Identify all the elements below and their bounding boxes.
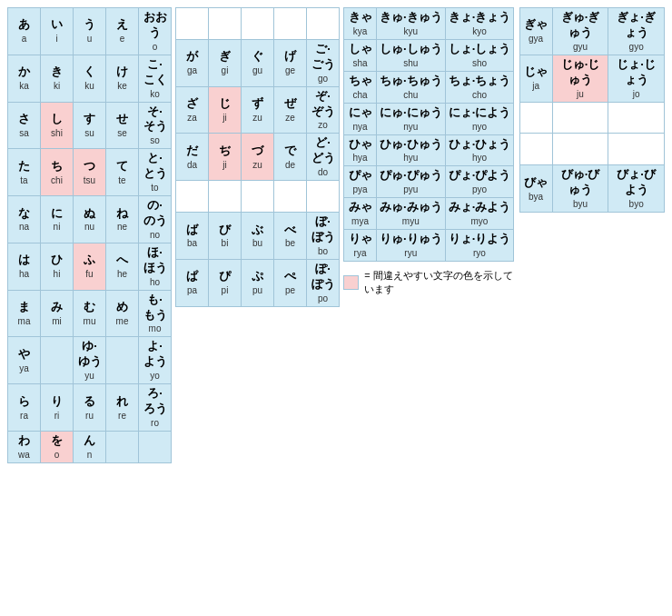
cell-hyo: ひょ·ひょうhyo: [445, 134, 514, 166]
cell-nyo: にょ·にようnyo: [445, 103, 514, 134]
cell-za: ざza: [176, 86, 209, 134]
cell-te: てte: [106, 149, 139, 196]
cell-mo: も·もうmo: [139, 290, 172, 337]
cell-ri: りri: [41, 384, 74, 432]
cell-kyu: きゅ·きゅうkyu: [377, 8, 446, 40]
cell-ka: かka: [8, 55, 41, 102]
cell-chu: ちゅ·ちゅうchu: [377, 71, 446, 103]
cell-bu: ぶbu: [242, 213, 274, 260]
cell-nya: にゃnya: [344, 103, 377, 134]
blank-na5: [307, 181, 340, 213]
cell-ta: たta: [8, 149, 41, 196]
cell-da: だda: [176, 134, 209, 181]
cell-ra: らra: [8, 384, 41, 432]
cell-so: そ·そうso: [139, 102, 172, 149]
cell-ma: まma: [8, 290, 41, 337]
cell-fu: ふfu: [74, 243, 106, 290]
cell-gyu: ぎゅ·ぎゅうgyu: [552, 8, 608, 55]
cell-n: んn: [74, 432, 106, 463]
cell-ne: ねne: [106, 196, 139, 243]
cell-shu: しゅ·しゅうshu: [377, 39, 446, 71]
cell-ke: けke: [106, 55, 139, 102]
cell-ji-za: じji: [209, 86, 242, 134]
cell-wa-blank1: [106, 432, 139, 463]
blank-na2: [209, 181, 242, 213]
blank-top5: [307, 8, 340, 40]
blank-r4c: [608, 134, 665, 165]
cell-pa: ぱpa: [176, 259, 209, 306]
cell-zu-za: ずzu: [242, 86, 274, 134]
cell-ryo: りょ·りようryo: [445, 230, 514, 262]
cell-ji-da: ぢji: [209, 134, 242, 181]
cell-tsu: つtsu: [74, 149, 106, 196]
cell-cha: ちゃcha: [344, 71, 377, 103]
cell-pya: ぴゃpya: [344, 166, 377, 198]
cell-rya: りゃrya: [344, 230, 377, 262]
cell-sa: さsa: [8, 102, 41, 149]
cell-byu: びゅ·びゅうbyu: [552, 165, 608, 213]
cell-pu: ぷpu: [242, 259, 274, 306]
cell-gu: ぐgu: [242, 39, 274, 86]
cell-pyu: ぴゅ·ぴゅうpyu: [377, 166, 446, 198]
cell-ya: やya: [8, 337, 41, 384]
cell-bya: びゃbya: [519, 165, 552, 213]
cell-myo: みょ·みようmyo: [445, 198, 514, 230]
cell-ga: がga: [176, 39, 209, 86]
cell-yu: ゆ·ゆうyu: [74, 337, 106, 384]
blank-top4: [274, 8, 307, 40]
cell-ro: ろ·ろうro: [139, 384, 172, 432]
cell-to: と·とうto: [139, 149, 172, 196]
cell-cho: ちょ·ちょうcho: [445, 71, 514, 103]
legend-container: = 間違えやすい文字の色を示しています: [343, 269, 516, 296]
cell-he: へhe: [106, 243, 139, 290]
combo-left: きゃkya きゅ·きゅうkyu きょ·きょうkyo しゃsha しゅ·しゅうsh…: [343, 7, 516, 296]
cell-ku: くku: [74, 55, 106, 102]
cell-de: でde: [274, 134, 307, 181]
cell-ko: こ·こくko: [139, 55, 172, 102]
middle-section: がga ぎgi ぐgu げge ご·ごうgo ざza じji ずzu ぜze ぞ…: [175, 7, 340, 463]
cell-ze: ぜze: [274, 86, 307, 134]
cell-pyo: ぴょ·ぴようpyo: [445, 166, 514, 198]
cell-i: いi: [41, 8, 74, 55]
cell-gya: ぎゃgya: [519, 8, 552, 55]
cell-o: おおうo: [139, 8, 172, 55]
cell-bi: びbi: [209, 213, 242, 260]
cell-gyo: ぎょ·ぎょうgyo: [608, 8, 665, 55]
cell-no: の·のうno: [139, 196, 172, 243]
cell-nu: ぬnu: [74, 196, 106, 243]
combo-right: ぎゃgya ぎゅ·ぎゅうgyu ぎょ·ぎょうgyo じゃja じゅ·じゅうju …: [519, 7, 665, 296]
cell-wa-blank2: [139, 432, 172, 463]
cell-wa: わwa: [8, 432, 41, 463]
cell-do: ど·どうdo: [307, 134, 340, 181]
cell-pi: ぴpi: [209, 259, 242, 306]
cell-ya-blank2: [106, 337, 139, 384]
cell-zu-da: づzu: [242, 134, 274, 181]
legend-pink-box: [343, 275, 359, 290]
cell-su: すsu: [74, 102, 106, 149]
cell-hya: ひゃhya: [344, 134, 377, 166]
cell-hyu: ひゅ·ひゅうhyu: [377, 134, 446, 166]
cell-chi: ちchi: [41, 149, 74, 196]
blank-top: [176, 8, 209, 40]
hiragana-table: あa いi うu えe おおうo かka きki くku けke こ·こくko …: [7, 7, 172, 463]
cell-sha: しゃsha: [344, 39, 377, 71]
cell-a: あa: [8, 8, 41, 55]
cell-be: べbe: [274, 213, 307, 260]
cell-ba: ばba: [176, 213, 209, 260]
cell-ru: るru: [74, 384, 106, 432]
dakuten-table: がga ぎgi ぐgu げge ご·ごうgo ざza じji ずzu ぜze ぞ…: [175, 7, 340, 307]
blank-top2: [209, 8, 242, 40]
blank-r3c: [608, 102, 665, 134]
main-container: あa いi うu えe おおうo かka きki くku けke こ·こくko …: [7, 7, 665, 463]
cell-pe: ぺpe: [274, 259, 307, 306]
blank-na: [176, 181, 209, 213]
blank-r3b: [552, 102, 608, 134]
cell-nyu: にゅ·にゅうnyu: [377, 103, 446, 134]
cell-yo: よ·ようyo: [139, 337, 172, 384]
blank-na4: [274, 181, 307, 213]
cell-mu: むmu: [74, 290, 106, 337]
cell-wo: をo: [41, 432, 74, 463]
cell-me: めme: [106, 290, 139, 337]
cell-byo: びょ·びようbyo: [608, 165, 665, 213]
legend-text: = 間違えやすい文字の色を示しています: [364, 269, 515, 296]
